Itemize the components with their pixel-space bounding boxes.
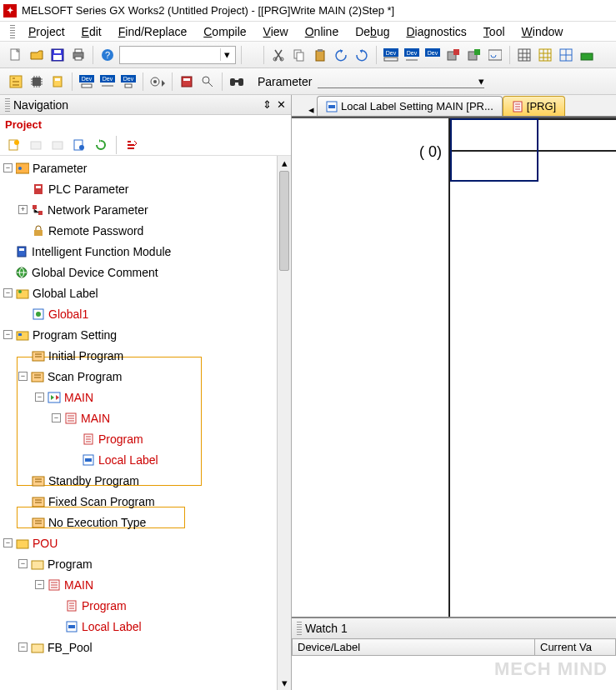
dev-button-2[interactable]: Dev xyxy=(403,46,421,64)
save-button[interactable] xyxy=(48,46,67,64)
menu-compile[interactable]: Compile xyxy=(195,23,254,40)
scroll-up-icon[interactable]: ▴ xyxy=(278,156,291,170)
tab-local-label-setting[interactable]: Local Label Setting MAIN [PR... xyxy=(317,96,503,116)
tree-remote-password[interactable]: Remote Password xyxy=(0,220,291,241)
nav-btn-3[interactable] xyxy=(48,136,67,154)
print-button[interactable] xyxy=(69,46,88,64)
tree-scan-local-label[interactable]: Local Label xyxy=(0,449,291,470)
expander-icon[interactable]: − xyxy=(3,330,13,339)
folder-icon xyxy=(30,557,45,572)
menu-find[interactable]: Find/Replace xyxy=(110,23,196,40)
expander-icon[interactable]: − xyxy=(35,392,44,402)
grid-button-3[interactable] xyxy=(557,46,575,64)
ladder-editor[interactable]: ( 0) xyxy=(292,117,616,617)
loop-button[interactable] xyxy=(486,46,504,64)
nav-refresh-btn[interactable] xyxy=(92,136,110,154)
nav-btn-4[interactable] xyxy=(70,136,88,154)
tree-fixed-scan[interactable]: Fixed Scan Program xyxy=(0,491,291,512)
tree-scan-main[interactable]: − MAIN xyxy=(0,387,291,408)
nav-btn-2[interactable] xyxy=(27,136,45,154)
tree-pou-program-leaf[interactable]: Program xyxy=(0,595,291,616)
tree-scan-program-leaf[interactable]: Program xyxy=(0,428,291,449)
dev-button-3[interactable]: Dev xyxy=(423,46,442,64)
grid-button-2[interactable] xyxy=(536,46,554,64)
tree-network-parameter[interactable]: + Network Parameter xyxy=(0,199,291,220)
nav-collapse-btn[interactable] xyxy=(123,136,141,154)
param-search[interactable] xyxy=(198,72,217,91)
chevron-down-icon[interactable]: ▾ xyxy=(478,75,484,88)
dev-tool-2[interactable]: Dev xyxy=(98,72,117,91)
watch-col-current-value[interactable]: Current Va xyxy=(535,639,616,656)
expander-icon[interactable]: − xyxy=(18,372,28,381)
expander-icon[interactable]: − xyxy=(35,580,44,589)
tree-btn-1[interactable] xyxy=(7,72,25,91)
tree-no-exec[interactable]: No Execution Type xyxy=(0,512,291,532)
redo-button[interactable] xyxy=(353,46,371,64)
tree-initial-program[interactable]: Initial Program xyxy=(0,345,291,366)
tree-global-label[interactable]: − Global Label xyxy=(0,282,291,303)
tree-parameter[interactable]: − Parameter xyxy=(0,158,291,178)
dev-tool-1[interactable]: Dev xyxy=(78,72,96,91)
new-button[interactable] xyxy=(7,46,25,64)
tree-fb-pool[interactable]: − FB_Pool xyxy=(0,637,291,658)
tree-plc-parameter[interactable]: PLC Parameter xyxy=(0,178,291,199)
tree-standby-program[interactable]: Standby Program xyxy=(0,470,291,491)
tree-program-setting[interactable]: − Program Setting xyxy=(0,324,291,345)
cut-button[interactable] xyxy=(269,46,288,64)
expander-icon[interactable]: − xyxy=(52,413,61,422)
autohide-pin-icon[interactable]: ⇕ xyxy=(263,98,272,111)
watch-toggle[interactable] xyxy=(148,72,167,91)
search-combo[interactable]: ▾ xyxy=(119,46,236,64)
tree-ifm[interactable]: Intelligent Function Module xyxy=(0,241,291,262)
menu-debug[interactable]: Debug xyxy=(347,23,398,40)
watch-table[interactable]: Device/Label Current Va xyxy=(292,638,616,656)
nav-new-btn[interactable] xyxy=(5,136,23,154)
expander-icon[interactable]: − xyxy=(3,538,13,548)
project-tree[interactable]: − Parameter PLC Parameter + Network Para… xyxy=(0,156,291,690)
expander-icon[interactable]: − xyxy=(3,163,13,172)
monitor-start-button[interactable] xyxy=(444,46,463,64)
right-toolbar-btn[interactable] xyxy=(578,46,596,64)
tree-pou-local-label[interactable]: Local Label xyxy=(0,616,291,637)
param-button[interactable] xyxy=(178,72,196,91)
menu-diagnostics[interactable]: Diagnostics xyxy=(398,23,474,40)
monitor-stop-button[interactable] xyxy=(465,46,483,64)
chip-button[interactable] xyxy=(28,72,46,91)
expander-icon[interactable]: + xyxy=(18,205,28,214)
tree-gdc[interactable]: Global Device Comment xyxy=(0,262,291,282)
grid-button-1[interactable] xyxy=(515,46,533,64)
watch-col-device[interactable]: Device/Label xyxy=(293,639,535,656)
binoculars-icon[interactable] xyxy=(228,72,246,91)
svg-rect-89 xyxy=(32,644,43,652)
menu-project[interactable]: Project xyxy=(20,23,73,40)
undo-button[interactable] xyxy=(332,46,350,64)
fb-button[interactable] xyxy=(48,72,67,91)
document-tabs: ◂ Local Label Setting MAIN [PR... [PRG] xyxy=(292,95,616,117)
tree-pou-program[interactable]: − Program xyxy=(0,553,291,574)
menu-edit[interactable]: Edit xyxy=(73,23,110,40)
edit-cursor-cell[interactable] xyxy=(450,118,538,182)
close-icon[interactable]: ✕ xyxy=(277,98,286,111)
menu-online[interactable]: Online xyxy=(297,23,347,40)
paste-button[interactable] xyxy=(311,46,329,64)
tree-pou[interactable]: − POU xyxy=(0,532,291,553)
vertical-scrollbar[interactable]: ▴ ▾ xyxy=(277,156,291,690)
dev-tool-3[interactable]: Dev xyxy=(119,72,138,91)
open-button[interactable] xyxy=(28,46,46,64)
scroll-thumb[interactable] xyxy=(279,171,289,271)
menu-tool[interactable]: Tool xyxy=(475,23,513,40)
tree-scan-program[interactable]: − Scan Program xyxy=(0,366,291,387)
tree-scan-main-sub[interactable]: − MAIN xyxy=(0,408,291,428)
tab-prg-write[interactable]: [PRG] xyxy=(503,96,565,116)
tree-pou-main[interactable]: − MAIN xyxy=(0,574,291,595)
scroll-down-icon[interactable]: ▾ xyxy=(278,676,291,690)
help-button[interactable]: ? xyxy=(98,46,117,64)
expander-icon[interactable]: − xyxy=(18,559,28,568)
menu-window[interactable]: Window xyxy=(513,23,572,40)
menu-view[interactable]: View xyxy=(255,23,297,40)
expander-icon[interactable]: − xyxy=(3,288,13,298)
expander-icon[interactable]: − xyxy=(18,642,28,652)
dev-button-1[interactable]: Dev xyxy=(382,46,400,64)
copy-button[interactable] xyxy=(290,46,308,64)
tree-global1[interactable]: Global1 xyxy=(0,303,291,324)
